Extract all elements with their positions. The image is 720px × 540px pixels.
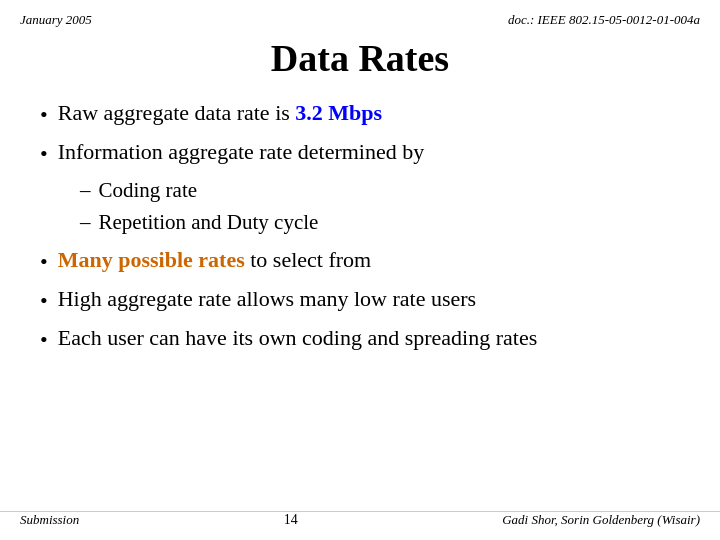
bullet1-highlight: 3.2 Mbps — [295, 100, 382, 125]
header-date: January 2005 — [20, 12, 92, 28]
bullet-text-3: Many possible rates to select from — [58, 245, 680, 276]
bullet-text-2: Information aggregate rate determined by — [58, 137, 680, 168]
bullet-item-1: • Raw aggregate data rate is 3.2 Mbps — [40, 98, 680, 131]
bullet1-before: Raw aggregate data rate is — [58, 100, 296, 125]
sub-dash-2: – — [80, 208, 91, 237]
bullet-item-4: • High aggregate rate allows many low ra… — [40, 284, 680, 317]
bullet-dot-5: • — [40, 325, 48, 356]
bullet3-highlight: Many possible rates — [58, 247, 245, 272]
bullet-item-3: • Many possible rates to select from — [40, 245, 680, 278]
bullet-item-2: • Information aggregate rate determined … — [40, 137, 680, 170]
bullet-dot-2: • — [40, 139, 48, 170]
slide-footer: Submission 14 Gadi Shor, Sorin Goldenber… — [0, 511, 720, 528]
bullet-dot-1: • — [40, 100, 48, 131]
bullet-text-5: Each user can have its own coding and sp… — [58, 323, 680, 354]
sub-bullet-2: – Repetition and Duty cycle — [80, 208, 680, 237]
bullet-text-1: Raw aggregate data rate is 3.2 Mbps — [58, 98, 680, 129]
slide: January 2005 doc.: IEEE 802.15-05-0012-0… — [0, 0, 720, 540]
bullet-dot-4: • — [40, 286, 48, 317]
sub-bullets-section: – Coding rate – Repetition and Duty cycl… — [80, 176, 680, 238]
footer-page-number: 14 — [284, 512, 298, 528]
bullet-dot-3: • — [40, 247, 48, 278]
sub-bullet-1: – Coding rate — [80, 176, 680, 205]
slide-header: January 2005 doc.: IEEE 802.15-05-0012-0… — [0, 0, 720, 28]
footer-submission: Submission — [20, 512, 79, 528]
slide-title: Data Rates — [0, 36, 720, 80]
sub-dash-1: – — [80, 176, 91, 205]
header-doc: doc.: IEEE 802.15-05-0012-01-004a — [508, 12, 700, 28]
footer-authors: Gadi Shor, Sorin Goldenberg (Wisair) — [502, 512, 700, 528]
bullet3-after: to select from — [245, 247, 371, 272]
sub-bullet-text-2: Repetition and Duty cycle — [99, 208, 319, 237]
slide-content: • Raw aggregate data rate is 3.2 Mbps • … — [0, 98, 720, 356]
bullet-text-4: High aggregate rate allows many low rate… — [58, 284, 680, 315]
bullet-item-5: • Each user can have its own coding and … — [40, 323, 680, 356]
sub-bullet-text-1: Coding rate — [99, 176, 198, 205]
